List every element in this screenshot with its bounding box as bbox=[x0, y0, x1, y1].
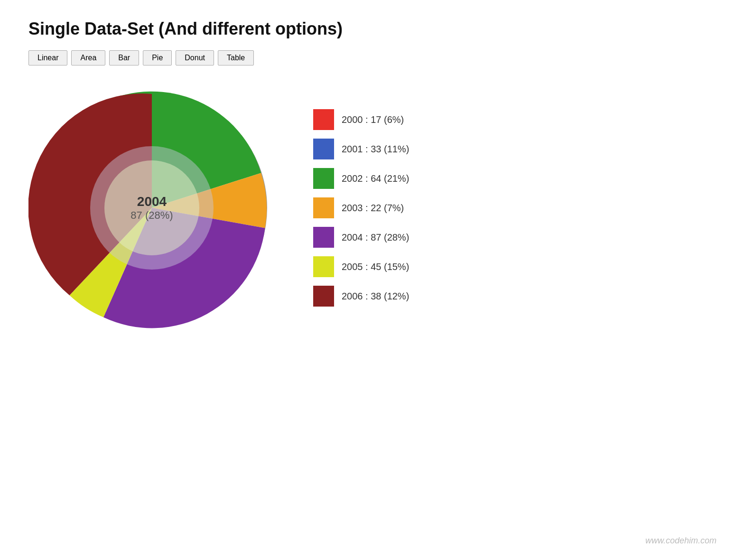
btn-bar[interactable]: Bar bbox=[109, 50, 139, 65]
chart-type-buttons: Linear Area Bar Pie Donut Table bbox=[28, 50, 717, 65]
btn-linear[interactable]: Linear bbox=[28, 50, 67, 65]
legend-color-2003 bbox=[313, 197, 334, 218]
legend-label-2000: 2000 : 17 (6%) bbox=[342, 114, 404, 125]
pie-chart: 2004 87 (28%) bbox=[28, 84, 275, 331]
legend-item-2002: 2002 : 64 (21%) bbox=[313, 168, 409, 189]
btn-table[interactable]: Table bbox=[218, 50, 254, 65]
legend-item-2001: 2001 : 33 (11%) bbox=[313, 139, 409, 159]
legend-item-2005: 2005 : 45 (15%) bbox=[313, 256, 409, 277]
legend-label-2002: 2002 : 64 (21%) bbox=[342, 173, 409, 184]
main-content: 2004 87 (28%) 2000 : 17 (6%) 2001 : 33 (… bbox=[28, 84, 717, 331]
btn-donut[interactable]: Donut bbox=[176, 50, 214, 65]
legend-color-2004 bbox=[313, 227, 334, 248]
legend-label-2001: 2001 : 33 (11%) bbox=[342, 144, 409, 155]
legend-color-2000 bbox=[313, 109, 334, 130]
legend-color-2005 bbox=[313, 256, 334, 277]
legend-label-2005: 2005 : 45 (15%) bbox=[342, 261, 409, 272]
inner-glow bbox=[104, 160, 199, 255]
legend-item-2003: 2003 : 22 (7%) bbox=[313, 197, 409, 218]
legend-item-2006: 2006 : 38 (12%) bbox=[313, 286, 409, 307]
legend-color-2002 bbox=[313, 168, 334, 189]
chart-legend: 2000 : 17 (6%) 2001 : 33 (11%) 2002 : 64… bbox=[313, 109, 409, 307]
legend-item-2004: 2004 : 87 (28%) bbox=[313, 227, 409, 248]
legend-color-2006 bbox=[313, 286, 334, 307]
page-title: Single Data-Set (And different options) bbox=[28, 19, 717, 39]
legend-label-2006: 2006 : 38 (12%) bbox=[342, 291, 409, 302]
btn-pie[interactable]: Pie bbox=[143, 50, 172, 65]
legend-label-2004: 2004 : 87 (28%) bbox=[342, 232, 409, 243]
legend-color-2001 bbox=[313, 139, 334, 159]
watermark: www.codehim.com bbox=[645, 536, 717, 546]
btn-area[interactable]: Area bbox=[71, 50, 105, 65]
legend-item-2000: 2000 : 17 (6%) bbox=[313, 109, 409, 130]
legend-label-2003: 2003 : 22 (7%) bbox=[342, 203, 404, 214]
